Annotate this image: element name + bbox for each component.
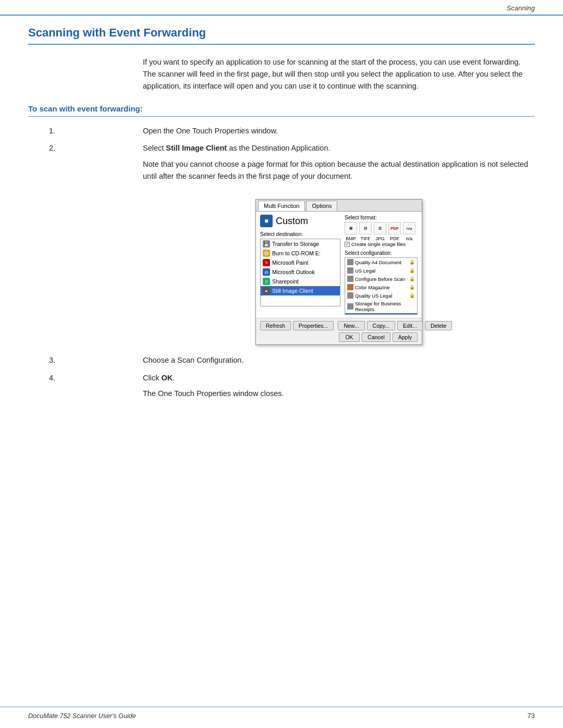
config-us-legal[interactable]: US Legal 🔒 — [345, 266, 417, 275]
dest-cdrom[interactable]: 💿 Burn to CD-ROM E: — [261, 249, 340, 258]
config-icon-4 — [347, 284, 353, 290]
dest-transfer[interactable]: 💾 Transfer to Storage — [261, 239, 340, 249]
section-title: Scanning with Event Forwarding — [28, 26, 535, 45]
config-icon-2 — [347, 267, 353, 274]
dest-outlook-label: Microsoft Outlook — [272, 269, 315, 275]
config-us-legal-label: US Legal — [355, 268, 375, 274]
config-business-receipts[interactable]: Storage for Business Receipts — [345, 300, 417, 313]
format-section: Select format: ▦ ▤ ▥ — [345, 215, 418, 247]
fmt-na-label: n/a — [403, 236, 415, 241]
create-single-label: Create single image files — [351, 241, 406, 247]
config-section: Select configuration: Quality A4 Documen… — [345, 250, 418, 315]
config-icon-5 — [347, 292, 353, 299]
step-4-after: . — [173, 374, 175, 382]
lock-5: 🔒 — [409, 293, 415, 298]
delete-button[interactable]: Delete — [425, 321, 452, 330]
config-personal-receipts-label: Storage for Personal Receipts — [355, 314, 415, 315]
dialog-box: Multi Function Options ■ Custom Select d… — [255, 199, 422, 345]
step-3-num: 3. — [28, 354, 143, 366]
config-business-receipts-label: Storage for Business Receipts — [355, 301, 415, 312]
step-4-before: Click — [143, 374, 161, 382]
copy-button[interactable]: Copy... — [367, 321, 395, 330]
destination-list[interactable]: 💾 Transfer to Storage 💿 Burn to CD-ROM E… — [260, 239, 340, 306]
steps-list: 1. Open the One Touch Properties window.… — [28, 125, 535, 190]
dialog-custom-header: ■ Custom — [260, 215, 340, 227]
config-list[interactable]: Quality A4 Document 🔒 US Legal 🔒 Configu — [345, 257, 418, 315]
step-2-bold: Still Image Client — [166, 144, 227, 152]
fmt-bmp[interactable]: ▦ — [345, 222, 357, 235]
dest-still[interactable]: ● Still Image Client — [261, 286, 340, 295]
config-before-scan-label: Configure Before Scan — [355, 276, 405, 282]
step-2-num: 2. — [28, 142, 143, 190]
subsection-title: To scan with event forwarding: — [28, 104, 535, 117]
lock-4: 🔒 — [409, 285, 415, 290]
ok-button[interactable]: OK — [339, 332, 360, 342]
fmt-tiff[interactable]: ▤ — [359, 222, 372, 235]
select-format-label: Select format: — [345, 215, 418, 220]
dest-storage-icon: 💾 — [263, 240, 270, 248]
content-area: Scanning with Event Forwarding If you wa… — [28, 26, 535, 697]
bottom-row2: OK Cancel Apply — [260, 332, 418, 342]
fmt-labels: BMP TIFF JPG PDF n/a — [345, 236, 418, 241]
screenshot-wrap: Multi Function Options ■ Custom Select d… — [143, 199, 535, 345]
dest-sharepoint[interactable]: S Sharepoint — [261, 277, 340, 286]
config-quality-us[interactable]: Quality US Legal 🔒 — [345, 291, 417, 300]
intro-text: If you want to specify an application to… — [143, 56, 535, 93]
after-steps-text: The One Touch Properties window closes. — [143, 389, 535, 398]
step-2-text-before: Select — [143, 144, 166, 152]
step-1-content: Open the One Touch Properties window. — [143, 125, 535, 137]
step-4: 4. Click OK. — [28, 372, 535, 384]
step-1: 1. Open the One Touch Properties window. — [28, 125, 535, 137]
fmt-jpg[interactable]: ▥ — [374, 222, 386, 235]
step-4-content: Click OK. — [143, 372, 535, 384]
footer-rule — [0, 707, 563, 708]
dest-outlook-icon: @ — [263, 268, 270, 276]
dest-paint[interactable]: ✎ Microsoft Paint — [261, 258, 340, 267]
step-3: 3. Choose a Scan Configuration. — [28, 354, 535, 366]
cancel-button[interactable]: Cancel — [362, 332, 390, 342]
properties-button[interactable]: Properties... — [293, 321, 334, 330]
dest-sharepoint-label: Sharepoint — [272, 278, 299, 285]
config-color-mag[interactable]: Color Magazine 🔒 — [345, 283, 417, 291]
config-personal-receipts[interactable]: Storage for Personal Receipts — [345, 313, 417, 315]
fmt-na[interactable]: n/a — [403, 222, 415, 235]
step-2-note: Note that you cannot choose a page forma… — [143, 158, 535, 182]
refresh-button[interactable]: Refresh — [260, 321, 291, 330]
select-destination-label: Select destination: — [260, 231, 340, 237]
bottom-row1: Refresh Properties... New... Copy... Edi… — [260, 321, 418, 330]
lock-2: 🔒 — [409, 268, 415, 273]
step-1-num: 1. — [28, 125, 143, 137]
apply-button[interactable]: Apply — [393, 332, 418, 342]
dialog-tabs: Multi Function Options — [256, 200, 422, 212]
tab-multifunction[interactable]: Multi Function — [258, 201, 305, 211]
select-config-label: Select configuration: — [345, 250, 418, 256]
fmt-pdf[interactable]: PDF — [388, 222, 401, 235]
dest-still-icon: ● — [263, 287, 270, 294]
footer-left: DocuMate 752 Scanner User's Guide — [28, 712, 136, 720]
steps-list-2: 3. Choose a Scan Configuration. 4. Click… — [28, 354, 535, 384]
dest-cdrom-label: Burn to CD-ROM E: — [272, 250, 321, 256]
custom-label: Custom — [276, 216, 308, 227]
edit-button[interactable]: Edit... — [397, 321, 423, 330]
dialog-left: ■ Custom Select destination: 💾 Transfer … — [260, 215, 340, 315]
dest-sharepoint-icon: S — [263, 278, 270, 285]
config-quality-us-label: Quality US Legal — [355, 293, 392, 299]
config-quality-a4[interactable]: Quality A4 Document 🔒 — [345, 258, 417, 266]
format-icons: ▦ ▤ ▥ PDF n/a — [345, 222, 418, 235]
page-header: Scanning — [507, 4, 535, 12]
fmt-jpg-label: JPG — [374, 236, 386, 241]
create-single-row[interactable]: ✓ Create single image files — [345, 241, 418, 247]
lock-3: 🔒 — [409, 276, 415, 281]
create-single-checkbox[interactable]: ✓ — [345, 242, 350, 247]
config-icon-1 — [347, 259, 353, 265]
config-before-scan[interactable]: Configure Before Scan 🔒 — [345, 275, 417, 283]
new-button[interactable]: New... — [338, 321, 364, 330]
chapter-label: Scanning — [507, 4, 535, 12]
dialog-right: Select format: ▦ ▤ ▥ — [345, 215, 418, 315]
step-2-text-after: as the Destination Application. — [227, 144, 330, 152]
dest-outlook[interactable]: @ Microsoft Outlook — [261, 267, 340, 277]
config-quality-a4-label: Quality A4 Document — [355, 260, 401, 265]
tab-options[interactable]: Options — [306, 201, 337, 211]
top-rule — [0, 15, 563, 16]
fmt-pdf-label: PDF — [388, 236, 401, 241]
